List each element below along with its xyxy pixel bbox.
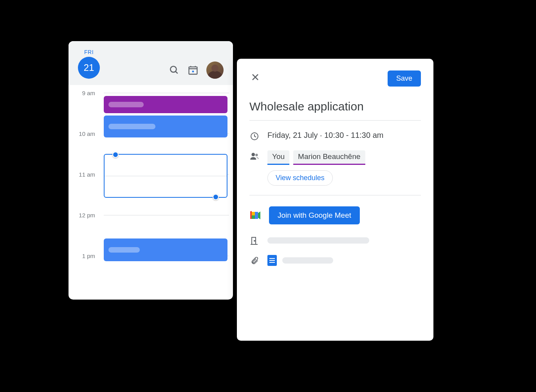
svg-point-15 [254,240,255,241]
join-google-meet-button[interactable]: Join with Google Meet [269,206,360,224]
redacted-title [108,247,140,253]
room-icon [249,235,260,246]
calendar-event[interactable] [104,96,227,113]
calendar-event[interactable] [104,238,227,261]
svg-rect-2 [189,67,197,74]
today-icon[interactable] [188,65,199,76]
calendar-event[interactable] [104,116,227,137]
attachment-icon [249,256,260,265]
svg-point-6 [192,70,194,72]
divider [249,195,421,195]
attachment-placeholder[interactable] [282,257,333,264]
close-icon[interactable] [249,72,261,85]
hour-label: 9 am [69,90,101,96]
selection-handle-end[interactable] [213,194,219,200]
people-icon [249,150,260,161]
svg-line-1 [175,71,177,73]
hour-label: 10 am [69,130,101,137]
attendee-chips: You Marion Beauchêne [267,150,421,165]
google-meet-icon [249,210,261,220]
time-selection[interactable] [104,154,227,198]
attendee-chip-guest[interactable]: Marion Beauchêne [293,150,365,165]
calendar-day-view: FRI 21 9 am 10 am 11 am 12 pm 1 pm [69,41,233,300]
avatar[interactable] [206,61,224,79]
event-title-input[interactable]: Wholesale application [249,100,421,121]
calendar-header: FRI 21 [69,41,233,85]
redacted-title [108,102,144,107]
svg-point-0 [170,66,176,72]
svg-point-11 [255,154,258,157]
clock-icon [249,131,260,141]
attendee-chip-you[interactable]: You [267,150,289,165]
timeline[interactable]: 9 am 10 am 11 am 12 pm 1 pm [69,85,233,300]
google-docs-icon[interactable] [267,255,277,266]
header-actions [169,61,224,79]
redacted-title [108,124,155,129]
hour-label: 11 am [69,171,101,178]
location-placeholder[interactable] [267,237,369,244]
event-datetime[interactable]: Friday, 21 July · 10:30 - 11:30 am [267,131,421,140]
svg-point-10 [251,153,255,156]
hour-label: 12 pm [69,212,101,219]
events-layer [104,93,227,300]
save-button[interactable]: Save [388,70,421,87]
event-editor-panel: Save Wholesale application Friday, 21 Ju… [237,59,433,341]
view-schedules-button[interactable]: View schedules [267,170,333,186]
hour-label: 1 pm [69,253,101,259]
date-block[interactable]: FRI 21 [78,49,100,79]
date-number: 21 [78,57,100,79]
search-icon[interactable] [169,65,180,76]
selection-handle-start[interactable] [112,152,119,158]
day-of-week-label: FRI [84,49,94,55]
